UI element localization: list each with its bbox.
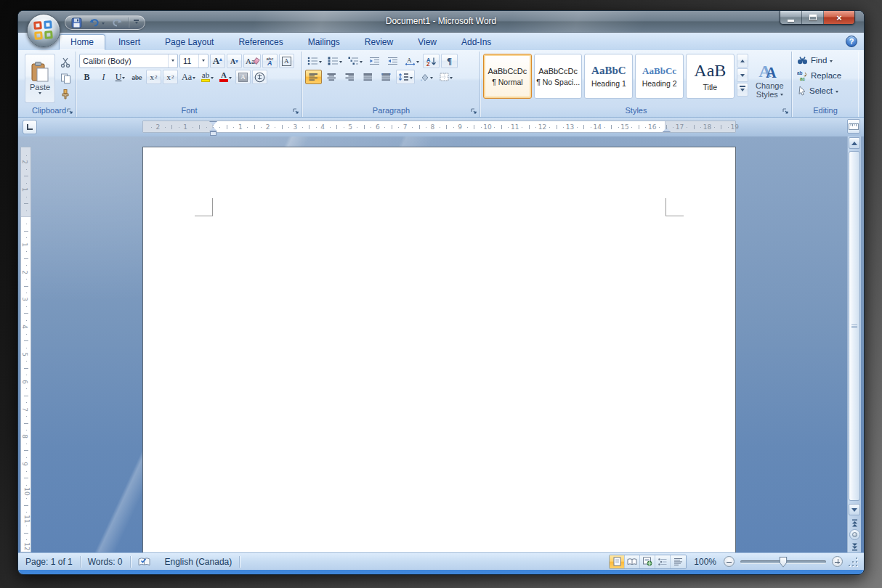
underline-button[interactable]: U xyxy=(113,70,128,84)
justify-button[interactable] xyxy=(360,70,376,84)
styles-dialog-launcher[interactable] xyxy=(781,107,790,115)
zoom-level[interactable]: 100% xyxy=(692,557,718,567)
find-button[interactable]: Find xyxy=(795,54,856,67)
style-no-spacing[interactable]: AaBbCcDc ¶ No Spaci... xyxy=(534,54,583,99)
styles-more-button[interactable] xyxy=(737,83,748,97)
next-page-button[interactable] xyxy=(849,542,860,552)
grow-font-button[interactable]: A xyxy=(210,54,225,68)
horizontal-ruler[interactable]: 2112345678910111213141516171819 xyxy=(142,121,736,133)
tab-selector-button[interactable] xyxy=(23,120,37,134)
decrease-indent-button[interactable] xyxy=(366,54,383,68)
style-normal[interactable]: AaBbCcDc ¶ Normal xyxy=(483,54,532,99)
paragraph-dialog-launcher[interactable] xyxy=(469,107,478,115)
asian-layout-button[interactable]: A xyxy=(402,54,421,68)
tab-add-ins[interactable]: Add-Ins xyxy=(450,34,503,50)
h-ruler-mark xyxy=(419,125,420,129)
phonetic-guide-button[interactable]: abcA xyxy=(262,54,278,68)
numbering-button[interactable] xyxy=(325,54,344,68)
draft-view-button[interactable] xyxy=(671,555,686,568)
bullets-button[interactable] xyxy=(305,54,324,68)
office-button[interactable] xyxy=(27,14,60,47)
document-page[interactable] xyxy=(142,147,736,552)
strikethrough-button[interactable]: abe xyxy=(129,70,145,84)
paste-button[interactable]: Paste xyxy=(25,54,55,103)
vertical-ruler[interactable]: 21123456789101112 xyxy=(20,147,31,552)
tab-view[interactable]: View xyxy=(406,34,448,50)
tab-home[interactable]: Home xyxy=(59,34,105,50)
proofing-status[interactable] xyxy=(131,553,158,570)
style-heading-1[interactable]: AaBbC Heading 1 xyxy=(584,54,633,99)
line-spacing-button[interactable] xyxy=(396,70,415,84)
style-heading-2[interactable]: AaBbCc Heading 2 xyxy=(635,54,684,99)
cut-button[interactable] xyxy=(57,55,73,70)
zoom-slider[interactable] xyxy=(740,560,826,563)
borders-button[interactable] xyxy=(437,70,456,84)
clipboard-dialog-launcher[interactable] xyxy=(65,107,74,115)
center-button[interactable] xyxy=(323,70,340,84)
scrollbar-thumb[interactable] xyxy=(849,151,860,501)
zoom-out-button[interactable] xyxy=(724,556,735,567)
scroll-up-button[interactable] xyxy=(849,137,860,149)
show-hide-button[interactable]: ¶ xyxy=(441,54,458,68)
tab-review[interactable]: Review xyxy=(353,34,405,50)
superscript-button[interactable]: x2 xyxy=(163,70,178,84)
align-left-button[interactable] xyxy=(305,70,322,84)
character-shading-button[interactable]: A xyxy=(235,70,251,84)
change-case-button[interactable]: Aa xyxy=(179,70,198,84)
enclose-characters-button[interactable] xyxy=(252,70,267,84)
outline-view-button[interactable] xyxy=(655,555,671,568)
styles-scroll-up-button[interactable] xyxy=(737,54,748,68)
tab-page-layout[interactable]: Page Layout xyxy=(153,34,225,50)
customize-qat-button[interactable] xyxy=(132,16,140,29)
zoom-slider-thumb[interactable] xyxy=(780,557,788,568)
scroll-down-button[interactable] xyxy=(849,504,860,515)
style-title[interactable]: AaB Title xyxy=(686,54,735,99)
undo-button[interactable] xyxy=(87,16,106,29)
subscript-button[interactable]: x2 xyxy=(146,70,161,84)
print-layout-view-button[interactable] xyxy=(610,555,625,568)
shrink-font-button[interactable]: A xyxy=(227,54,242,68)
tab-mailings[interactable]: Mailings xyxy=(296,34,352,50)
text-highlight-button[interactable]: ab xyxy=(199,70,216,84)
close-button[interactable]: × xyxy=(824,11,854,24)
font-size-select[interactable]: 11 xyxy=(179,54,209,68)
view-shortcuts xyxy=(609,555,687,569)
minimize-button[interactable] xyxy=(780,11,802,24)
view-ruler-toggle-button[interactable] xyxy=(847,119,860,134)
format-painter-button[interactable] xyxy=(57,87,73,102)
replace-button[interactable]: abac Replace xyxy=(795,69,856,82)
web-layout-view-button[interactable] xyxy=(640,555,655,568)
character-border-button[interactable]: A xyxy=(279,54,294,68)
redo-button[interactable] xyxy=(110,16,124,29)
maximize-button[interactable] xyxy=(802,11,824,24)
resize-grip[interactable] xyxy=(849,557,858,566)
page-indicator[interactable]: Page: 1 of 1 xyxy=(18,553,80,570)
word-count[interactable]: Words: 0 xyxy=(81,553,130,570)
clear-formatting-button[interactable]: Aa xyxy=(243,54,261,68)
font-color-button[interactable]: A xyxy=(217,70,234,84)
align-right-button[interactable] xyxy=(341,70,358,84)
left-indent-marker[interactable] xyxy=(210,131,217,136)
previous-page-button[interactable] xyxy=(849,518,860,528)
font-dialog-launcher[interactable] xyxy=(291,107,300,115)
full-screen-reading-view-button[interactable] xyxy=(625,555,640,568)
tab-insert[interactable]: Insert xyxy=(107,34,152,50)
shading-button[interactable] xyxy=(416,70,435,84)
italic-button[interactable]: I xyxy=(96,70,111,84)
help-button[interactable]: ? xyxy=(846,36,857,47)
distribute-button[interactable] xyxy=(378,70,395,84)
language-indicator[interactable]: English (Canada) xyxy=(158,553,240,570)
select-button[interactable]: Select xyxy=(795,84,856,97)
multilevel-list-button[interactable] xyxy=(346,54,365,68)
increase-indent-button[interactable] xyxy=(384,54,401,68)
sort-button[interactable]: AZ xyxy=(423,54,440,68)
styles-scroll-down-button[interactable] xyxy=(737,68,748,82)
select-browse-object-button[interactable] xyxy=(849,529,860,540)
change-styles-button[interactable]: AA ChangeStyles xyxy=(750,54,789,105)
tab-references[interactable]: References xyxy=(227,34,294,50)
save-button[interactable] xyxy=(70,16,84,29)
copy-button[interactable] xyxy=(57,71,73,86)
bold-button[interactable]: B xyxy=(79,70,94,84)
zoom-in-button[interactable] xyxy=(832,556,843,567)
font-family-select[interactable]: Calibri (Body) xyxy=(79,54,178,68)
